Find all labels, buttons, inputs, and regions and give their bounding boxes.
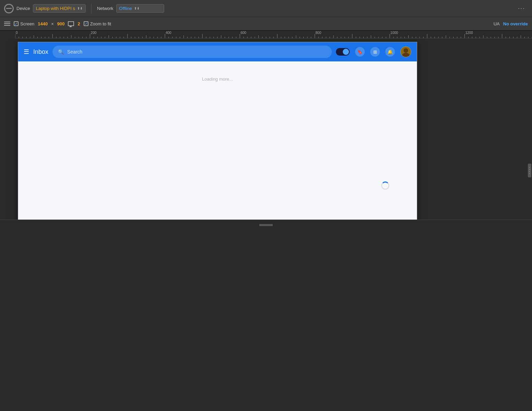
notification-icon[interactable]: 🔔 (385, 47, 395, 57)
vertical-ruler (0, 38, 8, 220)
screen-checkbox[interactable]: Screen (14, 21, 34, 26)
toolbar-divider-1 (91, 3, 92, 14)
search-icon: 🔍 (58, 49, 64, 55)
network-section: Network Offline ⬆⬇ (97, 4, 164, 13)
search-placeholder: Search (67, 49, 82, 55)
screen-size-icon (68, 21, 74, 26)
resize-dots (529, 167, 530, 174)
screen-separator: × (51, 21, 54, 26)
bottom-scrollbar[interactable] (0, 220, 532, 230)
network-select[interactable]: Offline ⬆⬇ (116, 4, 164, 13)
toolbar-row-1: Device Laptop with HiDPI s ⬆⬇ Network Of… (0, 0, 532, 17)
bookmark-icon[interactable]: 🔖 (355, 47, 365, 57)
h-ruler-canvas (15, 31, 532, 38)
v-ruler-canvas (0, 38, 8, 220)
canvas-area: ☰ Inbox 🔍 Search 🔖 ⊞ 🔔 (8, 38, 532, 220)
resize-handle[interactable] (528, 164, 531, 177)
toolbar-row-2: Screen 1440 × 900 2 Zoom to fit UA No ov… (0, 17, 532, 31)
toggle-switch[interactable] (336, 48, 350, 56)
more-options-button[interactable]: ··· (515, 5, 528, 12)
browser-frame: ☰ Inbox 🔍 Search 🔖 ⊞ 🔔 (18, 42, 417, 220)
device-select[interactable]: Laptop with HiDPI s ⬆⬇ (33, 4, 86, 13)
bottom-area (0, 230, 532, 411)
scroll-handle (259, 224, 273, 226)
content-area: ☰ Inbox 🔍 Search 🔖 ⊞ 🔔 (0, 38, 532, 220)
horizontal-ruler (15, 31, 532, 38)
avatar[interactable] (400, 46, 411, 57)
ruler-content-area: ☰ Inbox 🔍 Search 🔖 ⊞ 🔔 (0, 31, 532, 411)
screen-label: Screen (20, 21, 34, 26)
gmail-body: Loading more... + Loading... (18, 61, 417, 220)
ua-label: UA (494, 21, 500, 26)
zoom-checkbox[interactable]: Zoom to fit (84, 21, 111, 26)
device-label: Device (16, 6, 30, 11)
device-section: Device Laptop with HiDPI s ⬆⬇ (16, 4, 86, 13)
hamburger-icon[interactable] (4, 22, 10, 26)
gmail-menu-icon[interactable]: ☰ (24, 48, 29, 56)
grid-icon[interactable]: ⊞ (370, 47, 380, 57)
network-label: Network (97, 6, 113, 11)
gmail-header: ☰ Inbox 🔍 Search 🔖 ⊞ 🔔 (18, 42, 417, 61)
svg-point-1 (403, 48, 408, 53)
h-ruler-row (8, 31, 532, 38)
screen-badge: 2 (77, 21, 80, 26)
gmail-icons-right: 🔖 ⊞ 🔔 (336, 46, 411, 57)
gmail-search-bar[interactable]: 🔍 Search (52, 46, 332, 58)
body-spinner-container (381, 181, 389, 190)
toggle-thumb (343, 49, 349, 55)
screen-height: 900 (57, 21, 65, 26)
chevron-icon: ⬆⬇ (134, 7, 140, 10)
device-value: Laptop with HiDPI s (36, 6, 75, 11)
no-entry-icon[interactable] (4, 4, 14, 13)
chevron-down-icon: ⬆⬇ (77, 7, 83, 10)
network-value: Offline (119, 6, 132, 11)
avatar-image (401, 46, 411, 57)
screen-width: 1440 (38, 21, 48, 26)
zoom-checkbox-box[interactable] (84, 21, 88, 26)
inbox-title: Inbox (33, 48, 48, 56)
body-spinner (381, 181, 389, 190)
screen-checkbox-box[interactable] (14, 21, 19, 26)
zoom-label: Zoom to fit (90, 21, 111, 26)
ua-value: No override (503, 21, 528, 26)
loading-more-text: Loading more... (202, 77, 233, 82)
